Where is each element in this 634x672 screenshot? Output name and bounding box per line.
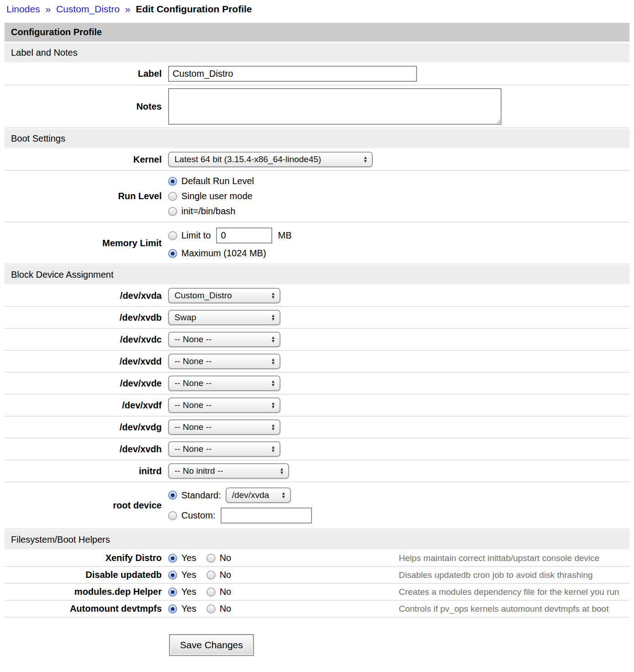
select-dev-xvdb-value: Swap: [174, 312, 196, 323]
breadcrumb-link-linodes[interactable]: Linodes: [6, 4, 40, 14]
run-level-row: Run Level Default Run Level Single user …: [5, 171, 629, 222]
radio-modules-dep-no[interactable]: [206, 587, 216, 597]
select-arrows-icon: ▲▼: [271, 336, 275, 343]
section-heading-label-and-notes: Label and Notes: [5, 43, 629, 63]
select-arrows-icon: ▲▼: [271, 402, 275, 409]
radio-xenify-distro-yes[interactable]: [168, 554, 177, 563]
select-arrows-icon: ▲▼: [271, 292, 275, 299]
select-dev-xvde-value: -- None --: [174, 378, 211, 388]
select-dev-xvdg-value: -- None --: [174, 422, 211, 432]
radio-single-user-mode-label: Single user mode: [181, 191, 253, 201]
select-arrows-icon: ▲▼: [271, 445, 275, 453]
radio-modules-dep-yes[interactable]: [168, 587, 177, 597]
helper-row-xenify-distro: Xenify Distro Yes No Helps maintain corr…: [5, 550, 629, 567]
select-arrows-icon: ▲▼: [363, 156, 368, 163]
section-heading-boot-settings: Boot Settings: [5, 129, 629, 149]
root-custom-label: Custom:: [181, 510, 215, 521]
memory-limit-option: Limit to MB: [168, 228, 291, 243]
memory-limit-input[interactable]: [216, 228, 272, 243]
select-dev-xvde[interactable]: -- None -- ▲▼: [168, 376, 280, 391]
xenify-distro-no-label: No: [220, 553, 232, 563]
initrd-row: initrd -- No initrd -- ▲▼: [5, 460, 629, 482]
select-arrows-icon: ▲▼: [271, 380, 275, 387]
xenify-distro-label: Xenify Distro: [5, 553, 168, 563]
radio-init-bin-bash-label: init=/bin/bash: [181, 206, 235, 217]
root-custom-input[interactable]: [221, 508, 312, 524]
radio-automount-devtmpfs-no[interactable]: [206, 604, 216, 614]
radio-disable-updatedb-yes[interactable]: [168, 571, 177, 580]
root-device-standard-option: Standard: /dev/xvda ▲▼: [168, 487, 291, 503]
select-dev-xvdc[interactable]: -- None -- ▲▼: [168, 332, 280, 347]
select-dev-xvdh[interactable]: -- None -- ▲▼: [168, 441, 280, 457]
block-device-row-xvde: /dev/xvde -- None -- ▲▼: [5, 373, 629, 395]
select-initrd[interactable]: -- No initrd -- ▲▼: [168, 463, 289, 479]
configuration-profile-table: Configuration Profile Label and Notes La…: [5, 23, 629, 664]
disable-updatedb-help-text: Disables updatedb cron job to avoid disk…: [399, 570, 629, 580]
select-arrows-icon: ▲▼: [280, 467, 284, 475]
block-device-row-xvdh: /dev/xvdh -- None -- ▲▼: [5, 439, 629, 460]
run-level-field-label: Run Level: [5, 191, 168, 201]
select-dev-xvdh-value: -- None --: [174, 444, 211, 454]
memory-maximum-option: Maximum (1024 MB): [168, 248, 266, 259]
automount-devtmpfs-yes-label: Yes: [181, 603, 196, 614]
dev-xvde-label: /dev/xvde: [5, 378, 168, 389]
section-heading-filesystem-boot-helpers: Filesystem/Boot Helpers: [5, 530, 629, 550]
notes-row: Notes: [5, 85, 629, 128]
dev-xvdf-label: /dev/xvdf: [5, 400, 168, 411]
select-dev-xvdg[interactable]: -- None -- ▲▼: [168, 419, 280, 435]
memory-maximum-label: Maximum (1024 MB): [181, 248, 266, 259]
breadcrumb-link-custom-distro[interactable]: Custom_Distro: [56, 4, 120, 14]
label-input[interactable]: [168, 66, 417, 82]
radio-xenify-distro-no[interactable]: [206, 554, 216, 563]
block-device-row-xvdf: /dev/xvdf -- None -- ▲▼: [5, 395, 629, 417]
radio-init-bin-bash[interactable]: [168, 207, 177, 216]
modules-dep-help-text: Creates a modules dependency file for th…: [399, 587, 629, 597]
select-dev-xvdd-value: -- None --: [174, 356, 211, 366]
select-dev-xvdb[interactable]: Swap ▲▼: [168, 310, 280, 325]
disable-updatedb-yes-label: Yes: [181, 570, 196, 580]
helper-row-automount-devtmpfs: Automount devtmpfs Yes No Controls if pv…: [5, 601, 629, 618]
radio-disable-updatedb-no[interactable]: [206, 571, 216, 580]
select-arrows-icon: ▲▼: [271, 358, 275, 365]
automount-devtmpfs-help-text: Controls if pv_ops kernels automount dev…: [399, 604, 629, 614]
initrd-field-label: initrd: [5, 466, 168, 476]
memory-limit-unit: MB: [278, 230, 291, 241]
radio-single-user-mode[interactable]: [168, 192, 177, 201]
radio-root-standard[interactable]: [168, 491, 177, 500]
radio-root-custom[interactable]: [168, 511, 177, 520]
breadcrumb-separator: »: [125, 4, 131, 14]
notes-textarea[interactable]: [168, 88, 502, 125]
select-initrd-value: -- No initrd --: [174, 466, 223, 476]
select-dev-xvdd[interactable]: -- None -- ▲▼: [168, 354, 280, 369]
xenify-distro-yes-label: Yes: [181, 553, 196, 563]
radio-automount-devtmpfs-yes[interactable]: [168, 604, 177, 614]
save-changes-button[interactable]: Save Changes: [169, 634, 254, 656]
select-dev-xvdf[interactable]: -- None -- ▲▼: [168, 397, 280, 413]
root-device-field-label: root device: [5, 500, 168, 511]
radio-memory-maximum[interactable]: [168, 249, 177, 258]
helper-row-modules-dep: modules.dep Helper Yes No Creates a modu…: [5, 584, 629, 601]
dev-xvdc-label: /dev/xvdc: [5, 334, 168, 345]
radio-default-run-level[interactable]: [168, 177, 177, 186]
radio-memory-limit-to[interactable]: [168, 231, 177, 240]
notes-field-label: Notes: [5, 101, 168, 112]
breadcrumb: Linodes » Custom_Distro » Edit Configura…: [0, 0, 634, 21]
breadcrumb-separator: »: [45, 4, 51, 14]
automount-devtmpfs-no-label: No: [220, 603, 232, 614]
select-dev-xvda[interactable]: Custom_Distro ▲▼: [168, 288, 280, 303]
table-title: Configuration Profile: [5, 23, 629, 42]
modules-dep-helper-label: modules.dep Helper: [5, 587, 168, 597]
select-dev-xvdc-value: -- None --: [174, 334, 211, 344]
label-row: Label: [5, 63, 629, 85]
select-dev-xvda-value: Custom_Distro: [174, 291, 232, 301]
block-device-row-xvdg: /dev/xvdg -- None -- ▲▼: [5, 417, 629, 439]
root-standard-label: Standard:: [181, 490, 221, 501]
kernel-select[interactable]: Latest 64 bit (3.15.4-x86_64-linode45) ▲…: [168, 152, 373, 167]
memory-limit-to-label: Limit to: [181, 230, 211, 241]
block-device-row-xvdd: /dev/xvdd -- None -- ▲▼: [5, 351, 629, 373]
dev-xvdh-label: /dev/xvdh: [5, 444, 168, 455]
disable-updatedb-label: Disable updatedb: [5, 570, 168, 580]
automount-devtmpfs-label: Automount devtmpfs: [5, 603, 168, 614]
dev-xvdg-label: /dev/xvdg: [5, 422, 168, 433]
select-root-standard[interactable]: /dev/xvda ▲▼: [226, 487, 291, 503]
